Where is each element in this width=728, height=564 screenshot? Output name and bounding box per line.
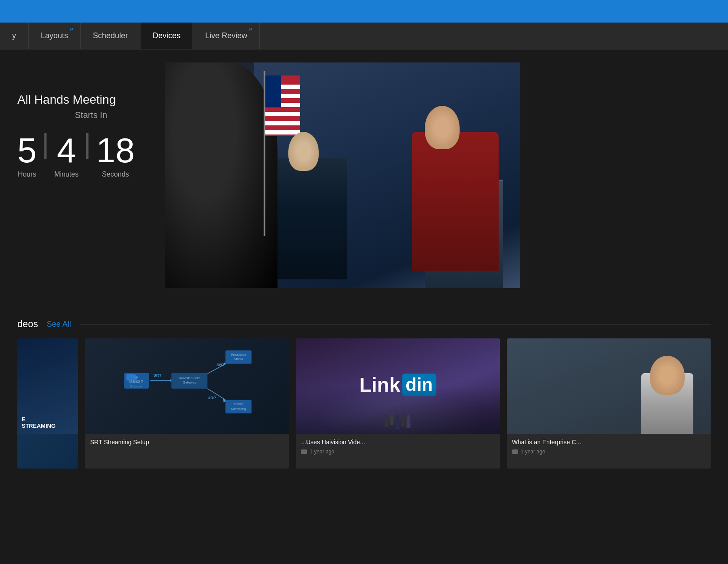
video-card-diagram[interactable]: Makito X Encoder SRT (85, 338, 289, 469)
live-review-badge: P (249, 27, 252, 32)
person2-head (288, 132, 319, 171)
card-diagram-thumb: Makito X Encoder SRT (85, 338, 289, 434)
countdown-panel: All Hands Meeting Starts In 5 Hours | 4 … (17, 93, 165, 178)
minutes-label: Minutes (54, 171, 78, 178)
crowd-figure-1 (385, 414, 388, 427)
video-cards-row: ESTREAMING Makito X Encoder (17, 338, 711, 469)
diagram-encoder-label: Encoder (130, 384, 142, 388)
hours-label: Hours (18, 171, 36, 178)
nav-label-library: y (12, 31, 16, 40)
diagram-svg: Makito X Encoder SRT (95, 346, 279, 427)
nav-item-live-review[interactable]: Live Review P (193, 23, 260, 49)
video-icon-enterprise (512, 449, 518, 454)
nav-item-library[interactable]: y (0, 23, 29, 49)
top-bar (0, 0, 728, 23)
speaker-body (412, 132, 499, 271)
partial-streaming-label: ESTREAMING (22, 416, 55, 430)
crowd-figure-4 (402, 414, 405, 426)
card-diagram-bg: Makito X Encoder SRT (85, 338, 289, 434)
seconds-unit: 18 Seconds (96, 133, 135, 178)
video-card-enterprise[interactable]: What is an Enterprise C... 1 year ago (507, 338, 711, 469)
videos-divider (80, 324, 711, 325)
diagram-studio-label: Studio (234, 357, 243, 361)
diagram-cam-icon (126, 374, 135, 380)
card-enterprise-thumb (507, 338, 711, 434)
card-enterprise-date: 1 year ago (521, 449, 545, 455)
partial-card-thumb: ESTREAMING (17, 338, 78, 434)
event-title: All Hands Meeting (17, 93, 165, 107)
speaker-figure (399, 106, 512, 271)
videos-header: deos See All (17, 318, 711, 330)
speaker-head (425, 106, 460, 149)
crowd-figure-5 (407, 414, 411, 428)
card-linkedin-bg: Link din (296, 338, 499, 434)
videos-section: deos See All ESTREAMING Makito X (0, 318, 728, 469)
nav-label-layouts: Layouts (41, 31, 68, 40)
countdown-display: 5 Hours | 4 Minutes | 18 Seconds (17, 133, 165, 178)
card-linkedin-date: 1 year ago (310, 449, 334, 455)
crowd-figure-2 (390, 414, 394, 425)
card-linkedin-meta: 1 year ago (301, 449, 494, 455)
seconds-value: 18 (96, 133, 135, 168)
layouts-badge: P (70, 27, 73, 32)
card-enterprise-title: What is an Enterprise C... (512, 438, 705, 447)
minutes-value: 4 (57, 133, 76, 168)
navigation: y Layouts P Scheduler Devices Live Revie… (0, 23, 728, 49)
video-card-partial[interactable]: ESTREAMING (17, 338, 78, 469)
starts-in-label: Starts In (17, 110, 165, 120)
diagram-udp-label: UDP (207, 395, 216, 400)
card-linkedin-info: ...Uses Haivision Vide... 1 year ago (296, 434, 499, 459)
enterprise-person (633, 356, 702, 434)
hours-unit: 5 Hours (17, 133, 37, 178)
videos-section-title: deos (17, 318, 38, 330)
main-content: All Hands Meeting Starts In 5 Hours | 4 … (0, 49, 728, 564)
person2-body (277, 158, 347, 279)
divider-2: | (84, 130, 91, 157)
video-card-linkedin[interactable]: Link din (296, 338, 499, 469)
crowd-figures (385, 414, 411, 430)
person2-figure (269, 132, 356, 279)
diagram-haivision-label: Haivision SRT (179, 376, 200, 380)
divider-1: | (42, 130, 49, 157)
card-enterprise-bg (507, 338, 711, 434)
video-icon-linkedin (301, 449, 307, 454)
diagram-monitoring-label: Monitoring (231, 407, 246, 410)
main-video-preview[interactable] (165, 62, 520, 288)
card-enterprise-meta: 1 year ago (512, 449, 705, 455)
crowd-figure-3 (395, 414, 400, 430)
nav-label-live-review: Live Review (205, 31, 247, 40)
card-linkedin-thumb: Link din (296, 338, 499, 434)
nav-label-devices: Devices (153, 31, 180, 40)
card-diagram-title: SRT Streaming Setup (90, 438, 284, 447)
nav-item-layouts[interactable]: Layouts P (29, 23, 81, 49)
card-linkedin-title: ...Uses Haivision Vide... (301, 438, 494, 447)
nav-label-scheduler: Scheduler (93, 31, 128, 40)
video-scene (165, 62, 520, 288)
flag-canton (265, 75, 281, 107)
hours-value: 5 (17, 133, 37, 168)
diagram-production-label: Production (231, 352, 246, 356)
card-enterprise-info: What is an Enterprise C... 1 year ago (507, 434, 711, 459)
see-all-link[interactable]: See All (47, 320, 71, 329)
nav-item-scheduler[interactable]: Scheduler (81, 23, 140, 49)
diagram-gateway-label: Gateway (183, 380, 196, 384)
person-head (650, 356, 685, 395)
diagram-srt-left: SRT (153, 373, 161, 377)
card-diagram-info: SRT Streaming Setup (85, 434, 289, 453)
diagram-desktop-label: Desktop (232, 402, 244, 406)
seconds-label: Seconds (102, 171, 129, 178)
nav-item-devices[interactable]: Devices (140, 23, 193, 49)
minutes-unit: 4 Minutes (54, 133, 78, 178)
